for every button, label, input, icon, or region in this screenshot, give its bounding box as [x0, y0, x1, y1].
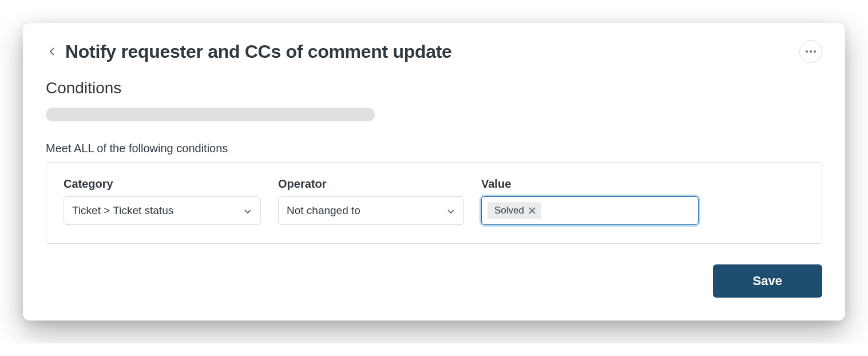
footer-row: Save: [46, 264, 822, 298]
chevron-down-icon: [446, 206, 455, 215]
value-tag-label: Solved: [494, 205, 524, 216]
back-button[interactable]: [46, 45, 60, 58]
condition-row: Category Ticket > Ticket status Operator…: [64, 177, 804, 225]
svg-point-1: [810, 50, 812, 53]
category-label: Category: [64, 177, 261, 191]
conditions-box: Category Ticket > Ticket status Operator…: [46, 162, 822, 244]
conditions-section-title: Conditions: [46, 79, 822, 97]
category-select-value: Ticket > Ticket status: [72, 204, 173, 217]
svg-point-2: [814, 50, 816, 53]
more-horizontal-icon: [806, 50, 816, 53]
chevron-down-icon: [243, 206, 252, 215]
title-group: Notify requester and CCs of comment upda…: [46, 41, 452, 62]
value-field-group: Value Solved: [481, 177, 699, 225]
chevron-left-icon: [48, 47, 57, 56]
operator-select-value: Not changed to: [287, 204, 360, 217]
more-actions-button[interactable]: [799, 40, 822, 63]
value-tag-input[interactable]: Solved: [481, 196, 699, 225]
tag-remove-button[interactable]: [528, 206, 537, 215]
operator-label: Operator: [278, 177, 464, 191]
save-button[interactable]: Save: [713, 264, 822, 298]
description-placeholder: [46, 108, 375, 121]
trigger-edit-card: Notify requester and CCs of comment upda…: [23, 23, 845, 321]
header-row: Notify requester and CCs of comment upda…: [46, 40, 822, 63]
value-label: Value: [481, 177, 699, 191]
value-tag: Solved: [487, 202, 541, 219]
svg-point-0: [806, 50, 808, 53]
operator-select[interactable]: Not changed to: [278, 196, 464, 225]
close-icon: [529, 207, 536, 214]
meet-all-label: Meet ALL of the following conditions: [46, 142, 822, 155]
category-field-group: Category Ticket > Ticket status: [64, 177, 261, 225]
page-title: Notify requester and CCs of comment upda…: [65, 41, 452, 62]
operator-field-group: Operator Not changed to: [278, 177, 464, 225]
category-select[interactable]: Ticket > Ticket status: [64, 196, 261, 225]
